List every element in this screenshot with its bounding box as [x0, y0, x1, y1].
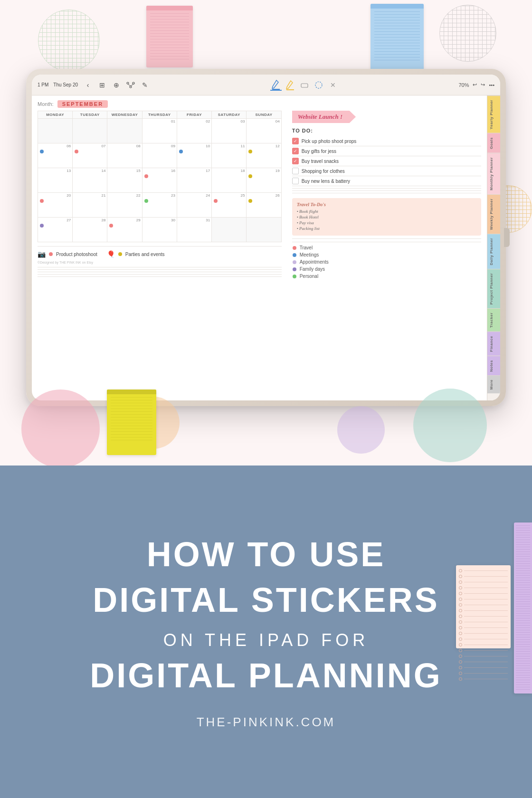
cal-cell-21: 21: [73, 193, 107, 218]
svg-point-2: [130, 86, 132, 88]
day-header-sun: SUNDAY: [247, 111, 281, 119]
sidebar-tab-daily[interactable]: Daily Planner: [487, 234, 500, 269]
calendar-week-2: 06 07 08 09: [38, 143, 282, 168]
todo-section: Website Launch ! TO DO: ✓ Pick up photo …: [287, 111, 481, 279]
sidebar-tab-notes[interactable]: Notes: [487, 356, 500, 376]
todo-checkbox-2[interactable]: ✓: [292, 148, 299, 154]
deco-sticky-check-bottom: [456, 565, 511, 648]
edit-icon[interactable]: ✎: [140, 80, 150, 90]
calendar-week-4: 20 21 22 23: [38, 193, 282, 218]
cal-cell-empty: [212, 218, 247, 242]
sidebar-tab-monthly[interactable]: Monthly Planner: [487, 153, 500, 194]
toolbar-nav-icons: ‹ ⊞ ⊕ ✎: [83, 80, 150, 90]
deco-sticky-pink-top: [146, 6, 193, 67]
cal-cell-12: 12: [247, 143, 281, 168]
redo-icon[interactable]: ↪: [481, 82, 485, 88]
day-header-sat: SATURDAY: [212, 111, 247, 119]
todo-text-1: Pick up photo shoot props: [302, 139, 357, 144]
text-section: HOW TO USE DIGITAL STICKERS ON THE IPAD …: [0, 466, 532, 798]
cal-cell-03: 03: [212, 119, 247, 143]
cal-cell-31: 31: [177, 218, 211, 242]
cal-cell-28: 28: [73, 218, 107, 242]
home-button[interactable]: [504, 228, 510, 247]
cal-cell-04: 04: [247, 119, 281, 143]
calendar-grid: MONDAY TUESDAY WEDNESDAY THURSDAY FRIDAY…: [38, 111, 282, 242]
travel-note-item-3: • Pay visa: [297, 220, 476, 225]
sidebar-tab-more[interactable]: More: [487, 375, 500, 393]
sidebar-tab-finance[interactable]: Finance: [487, 332, 500, 356]
ipad-frame: 1 PM Thu Sep 20 ‹ ⊞ ⊕: [26, 69, 506, 406]
todo-checkbox-1[interactable]: ✓: [292, 138, 299, 144]
svg-line-4: [131, 84, 133, 86]
undo-icon[interactable]: ↩: [473, 82, 477, 88]
legend-appointments-label: Appointments: [300, 259, 329, 265]
website-url: THE-PINKINK.COM: [197, 715, 336, 730]
cal-cell-16: 16: [142, 168, 177, 193]
cal-cell-06: 06: [38, 143, 73, 168]
cal-cell-29: 29: [107, 218, 142, 242]
travel-note-title: Travel To-Do's: [297, 202, 476, 207]
ipad-container: 1 PM Thu Sep 20 ‹ ⊞ ⊕: [26, 69, 506, 406]
cal-cell-empty: [38, 119, 73, 143]
day-header-wed: WEDNESDAY: [107, 111, 142, 119]
grid-icon[interactable]: ⊞: [97, 80, 107, 90]
cal-cell-25: 25: [212, 193, 247, 218]
deco-circle-pink-bottom: [21, 390, 100, 468]
branch-icon[interactable]: [125, 80, 136, 90]
balloon-icon: 🎈: [107, 250, 115, 258]
legend-parties-label: Parties and events: [125, 252, 165, 257]
sidebar-tab-weekly[interactable]: Weekly Planner: [487, 194, 500, 234]
month-label: Month:: [38, 101, 54, 107]
travel-note-item-2: • Book Hotel: [297, 215, 476, 219]
sidebar-tab-goals[interactable]: Goals: [487, 133, 500, 153]
cal-cell-01: 01: [142, 119, 177, 143]
calendar-section: MONDAY TUESDAY WEDNESDAY THURSDAY FRIDAY…: [38, 111, 282, 279]
todo-item-4: Shopping for clothes: [292, 166, 481, 176]
battery-status: 70%: [458, 82, 469, 88]
svg-point-0: [127, 82, 129, 84]
legend-travel-label: Travel: [300, 245, 313, 250]
more-icon[interactable]: •••: [489, 82, 494, 88]
deco-circle-green: [38, 10, 100, 71]
back-icon[interactable]: ‹: [83, 80, 93, 90]
todo-checkbox-3[interactable]: ✓: [292, 158, 299, 164]
cal-cell-26: 26: [247, 193, 281, 218]
legend-meetings-label: Meetings: [300, 252, 319, 257]
todo-legend: Travel Meetings Appointments: [292, 245, 481, 279]
deco-circle-teal: [413, 389, 487, 462]
pen-tool[interactable]: [270, 79, 282, 91]
day-header-fri: FRIDAY: [177, 111, 211, 119]
close-tool[interactable]: ✕: [327, 79, 339, 91]
sidebar-tab-project[interactable]: Project Planner: [487, 269, 500, 308]
toolbar: 1 PM Thu Sep 20 ‹ ⊞ ⊕: [32, 75, 500, 95]
title-line3: ON THE IPAD FOR: [163, 630, 369, 650]
add-icon[interactable]: ⊕: [111, 80, 122, 90]
todo-checkbox-4[interactable]: [292, 168, 299, 174]
cal-cell-18: 18: [212, 168, 247, 193]
eraser-tool[interactable]: [299, 79, 310, 91]
cal-cell-empty: [247, 218, 281, 242]
title-line4: DIGITAL PLANNING: [90, 655, 442, 696]
highlighter-tool[interactable]: [285, 79, 296, 91]
calendar-week-1: 01 02 03 04: [38, 119, 282, 143]
camera-icon: 📷: [38, 250, 46, 258]
legend-personal-label: Personal: [300, 274, 318, 279]
legend-family: Family days: [292, 266, 481, 272]
planner-sidebar: Yearly Planner Goals Monthly Planner Wee…: [487, 95, 500, 400]
cal-cell-20: 20: [38, 193, 73, 218]
todo-item-2: ✓ Buy gifts for jess: [292, 146, 481, 156]
deco-sticky-blue-top: [370, 4, 424, 71]
sidebar-tab-yearly[interactable]: Yearly Planner: [487, 95, 500, 133]
month-name: SEPTEMBER: [57, 100, 108, 108]
cal-cell-empty: [107, 119, 142, 143]
cal-cell-07: 07: [73, 143, 107, 168]
lasso-tool[interactable]: [313, 79, 324, 91]
cal-cell-17: 17: [177, 168, 211, 193]
cal-cell-27: 27: [38, 218, 73, 242]
cal-cell-08: 08: [107, 143, 142, 168]
todo-checkbox-5[interactable]: [292, 178, 299, 184]
legend-personal: Personal: [292, 274, 481, 279]
sidebar-tab-tracker[interactable]: Tracker: [487, 308, 500, 332]
cal-cell-19: 19: [247, 168, 281, 193]
website-banner: Website Launch !: [292, 111, 356, 123]
